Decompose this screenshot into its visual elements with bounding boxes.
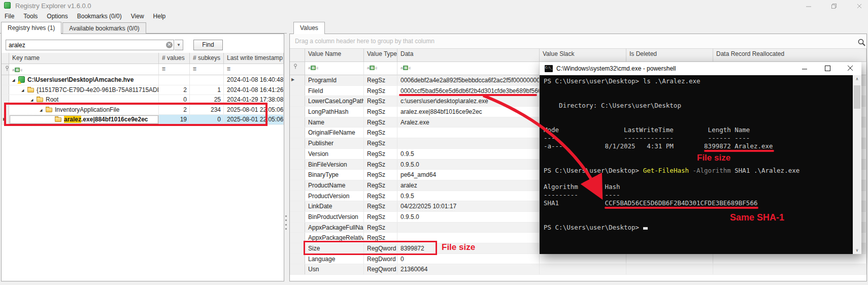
value-name: LongPathHash <box>305 107 364 117</box>
value-name: BinaryType <box>305 170 364 180</box>
value-row-gutter <box>290 117 305 128</box>
terminal-scrollbar[interactable]: ∧ ∨ <box>853 75 861 254</box>
value-data: 0006debf2a4e2a892f5bebbdcca6f2ac2f5f0000… <box>397 75 540 85</box>
scroll-up-icon[interactable]: ∧ <box>853 77 861 81</box>
values-header-row: Value NameValue TypeDataValue SlackIs De… <box>290 49 866 62</box>
value-row[interactable]: UsnRegQword21360064 <box>290 264 866 275</box>
tree-key-name[interactable]: ◢C:\Users\user\Desktop\Amcache.hve <box>9 75 159 85</box>
terminal-minimize-icon[interactable] <box>793 62 816 75</box>
tree-column-header[interactable]: Last write timestamp <box>224 53 284 64</box>
values-filter-cell[interactable]: aBc <box>364 62 397 75</box>
group-by-band[interactable]: Drag a column header here to group by th… <box>290 34 866 49</box>
menu-item-help[interactable]: Help <box>149 11 171 21</box>
menu-item-bookmarks[interactable]: Bookmarks (0/0) <box>73 11 126 21</box>
panel-splitter[interactable] <box>285 215 287 230</box>
find-button[interactable]: Find <box>193 40 223 50</box>
filter-pin-icon[interactable] <box>2 64 9 75</box>
tree-filter-cell[interactable]: = <box>190 64 224 75</box>
value-type: RegDword <box>364 254 397 264</box>
terminal-maximize-icon[interactable] <box>816 62 839 75</box>
terminal-close-icon[interactable] <box>839 62 861 75</box>
tree-filter-cell[interactable]: = <box>224 64 284 75</box>
tree-column-header[interactable]: # values <box>159 53 190 64</box>
value-row-gutter <box>290 233 305 243</box>
value-row-gutter <box>290 160 305 170</box>
tree-values-count: 2 <box>159 85 190 95</box>
values-column-header[interactable]: Data <box>397 49 540 62</box>
tab-available-bookmarks-[interactable]: Available bookmarks (0/0) <box>62 22 146 34</box>
values-column-header[interactable]: Data Record Reallocated <box>713 49 866 62</box>
terminal-text-segment: --------- ---- <box>544 191 620 199</box>
clear-search-icon[interactable]: ✕ <box>166 42 173 48</box>
terminal-text-segment: -Algorithm <box>693 167 731 174</box>
values-filter-cell[interactable]: aBc <box>305 62 364 75</box>
tree-column-header[interactable]: # subkeys <box>190 53 224 64</box>
tree-filter-cell[interactable]: = <box>159 64 190 75</box>
tab-registry-hives-[interactable]: Registry hives (1) <box>1 22 61 34</box>
value-data: 0.9.5.0 <box>397 160 540 170</box>
value-name: Name <box>305 117 364 128</box>
tree-filter-keyname[interactable]: aBc <box>9 64 159 75</box>
cmd-icon: C:\_ <box>545 65 553 72</box>
abc-filter-icon: aBc <box>400 66 411 70</box>
terminal-text-segment: PS C:\Users\user\Desktop> <box>544 167 643 174</box>
tree-last-write-timestamp: 2024-01-08 16:40:48 <box>224 75 284 85</box>
search-icon[interactable] <box>857 38 866 48</box>
value-row-gutter <box>290 191 305 201</box>
value-type: RegSz <box>364 223 397 233</box>
value-row[interactable]: LanguageRegDword0 <box>290 254 866 265</box>
tree-column-header[interactable]: Key name <box>9 53 159 64</box>
annotation-underlined-text: CCF5BAD56CE5D6DB6F2B4D301CFDE3BE689BF566 <box>605 199 757 207</box>
registry-explorer-window: Registry Explorer v1.6.0.0 FileToolsOpti… <box>0 0 868 285</box>
menu-item-tools[interactable]: Tools <box>19 11 42 21</box>
abc-filter-icon: aBc <box>308 66 318 70</box>
values-column-header[interactable]: Value Type <box>364 49 397 62</box>
menu-item-file[interactable]: File <box>0 11 19 21</box>
tree-row[interactable]: ◢{11517B7C-E79D-4e20-961B-75A811715ADD}2… <box>2 85 284 96</box>
value-row-gutter <box>290 96 305 106</box>
equals-filter-icon: = <box>162 66 165 73</box>
expanded-node-icon[interactable]: ◢ <box>21 88 27 92</box>
terminal-text-segment: Algorithm Hash <box>544 183 620 191</box>
tab-values[interactable]: Values <box>293 22 325 34</box>
value-name: BinProductVersion <box>305 212 364 222</box>
registry-hives-panel: ✕ ▼ Find Key name# values# subkeysLast w… <box>1 34 284 281</box>
menu-item-options[interactable]: Options <box>42 11 72 21</box>
value-slack <box>540 264 626 274</box>
value-data: c:\users\user\desktop\aralez.exe <box>397 96 540 106</box>
tree-key-name[interactable]: ◢{11517B7C-E79D-4e20-961B-75A811715ADD} <box>9 85 159 95</box>
value-data: 04/22/2025 10:01:17 <box>397 201 540 211</box>
filter-pin-icon[interactable] <box>290 62 305 75</box>
menu-bar: FileToolsOptionsBookmarks (0/0)ViewHelp <box>0 11 868 21</box>
search-input[interactable] <box>6 40 174 50</box>
terminal-screen[interactable]: PS C:\Users\user\Desktop> ls .\Aralez.ex… <box>540 75 861 254</box>
close-icon[interactable] <box>856 3 863 10</box>
values-header-gutter <box>290 49 305 62</box>
title-bar: Registry Explorer v1.6.0.0 <box>0 0 868 11</box>
scroll-down-icon[interactable]: ∨ <box>853 248 861 252</box>
values-column-header[interactable]: Is Deleted <box>626 49 713 62</box>
minimize-icon[interactable] <box>805 3 812 10</box>
tree-last-write-timestamp: 2024-01-08 16:41:26 <box>224 85 284 95</box>
tree-row[interactable]: ◢C:\Users\user\Desktop\Amcache.hve2024-0… <box>2 75 284 85</box>
folder-icon <box>27 88 34 92</box>
data-record-reallocated <box>713 264 866 274</box>
terminal-title-bar[interactable]: C:\_ C:\Windows\system32\cmd.exe - power… <box>540 62 861 75</box>
tree-header-gutter <box>2 53 9 64</box>
menu-item-view[interactable]: View <box>126 11 149 21</box>
value-name: ProductName <box>305 180 364 191</box>
tree-row-gutter <box>2 85 9 95</box>
value-type: RegSz <box>364 96 397 106</box>
expanded-node-icon[interactable]: ◢ <box>30 98 37 102</box>
terminal-text-segment: Get-FileHash <box>643 167 689 174</box>
scrollbar-thumb[interactable] <box>854 85 860 109</box>
value-name: BinFileVersion <box>305 160 364 170</box>
value-name: LowerCaseLongPath <box>305 96 364 106</box>
search-dropdown-icon[interactable]: ▼ <box>175 40 183 50</box>
window-title: Registry Explorer v1.6.0.0 <box>15 2 91 10</box>
value-row-gutter <box>290 254 305 264</box>
values-column-header[interactable]: Value Name <box>305 49 364 62</box>
values-column-header[interactable]: Value Slack <box>540 49 626 62</box>
restore-icon[interactable] <box>830 3 838 10</box>
values-filter-cell[interactable]: aBc <box>397 62 540 75</box>
